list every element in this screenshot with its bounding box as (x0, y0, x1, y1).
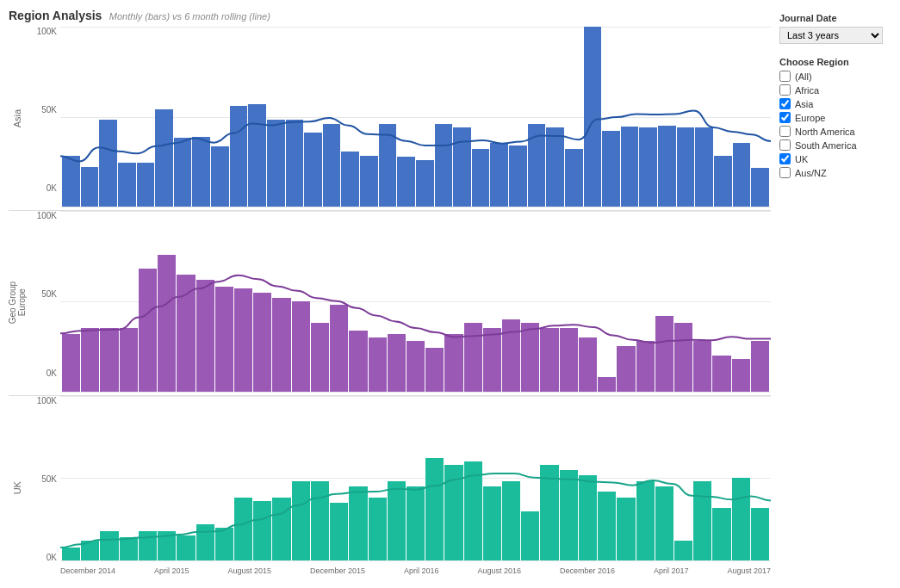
bar (712, 508, 730, 560)
region-checkbox[interactable] (779, 167, 791, 178)
region-checkbox[interactable] (779, 126, 791, 137)
chart-subtitle: Monthly (bars) vs 6 month rolling (line) (109, 11, 270, 22)
region-label: Aus/NZ (795, 168, 827, 178)
y-axis-europe: 100K50K0K (26, 211, 60, 377)
bar (598, 492, 616, 560)
bar (655, 486, 673, 560)
y-axis-label: 100K (37, 396, 57, 405)
bar (215, 528, 233, 560)
region-label: Europe (795, 113, 825, 123)
bar (234, 498, 252, 560)
region-label: Asia (795, 99, 813, 109)
bar (407, 486, 425, 560)
bar (751, 508, 769, 560)
x-axis-label: August 2017 (727, 566, 771, 575)
choose-region-label: Choose Region (779, 57, 883, 67)
bar (397, 157, 415, 207)
bar (234, 288, 252, 391)
region-checkbox[interactable] (779, 153, 791, 164)
bar (177, 275, 195, 392)
bar (286, 120, 304, 207)
bar (253, 501, 271, 560)
bar (62, 156, 80, 207)
bar (425, 348, 444, 391)
x-axis-label: April 2017 (654, 566, 689, 575)
bar (751, 341, 769, 392)
bar (502, 319, 520, 392)
bar (560, 470, 578, 560)
bar (349, 331, 367, 392)
bar (158, 255, 176, 392)
y-axis-label: 0K (47, 368, 57, 378)
region-checkbox-item: Africa (779, 84, 883, 96)
y-axis-label: 0K (47, 183, 57, 193)
bar (617, 346, 635, 391)
bar (311, 481, 329, 560)
bar (230, 106, 248, 207)
region-checkbox[interactable] (779, 84, 791, 96)
bar (546, 127, 564, 207)
bar (81, 541, 99, 560)
bar (416, 160, 434, 207)
bar (639, 127, 657, 207)
bar (579, 475, 597, 560)
bar (248, 104, 266, 207)
bar (330, 305, 348, 391)
bar (118, 163, 136, 207)
bar (304, 133, 322, 207)
bar (521, 511, 539, 560)
bar (693, 341, 711, 392)
bar (444, 334, 462, 392)
bar (174, 138, 192, 207)
journal-date-label: Journal Date (779, 13, 883, 23)
bar (693, 481, 711, 560)
bar (215, 287, 233, 391)
bar (560, 328, 578, 391)
bar (349, 486, 367, 560)
x-axis-label: April 2015 (154, 566, 189, 575)
y-axis-label: 100K (37, 211, 57, 220)
bar (658, 126, 676, 207)
region-checkbox[interactable] (779, 139, 791, 151)
region-checkbox-item: North America (779, 126, 883, 137)
bar (292, 481, 310, 560)
region-checkbox[interactable] (779, 71, 791, 82)
y-axis-label: 50K (41, 105, 57, 115)
y-axis-asia: 100K50K0K (26, 27, 60, 193)
x-axis: December 2014April 2015August 2015Decemb… (60, 562, 771, 579)
x-axis-label: December 2014 (60, 566, 115, 575)
y-axis-uk: 100K50K0K (26, 396, 60, 562)
x-axis-label: August 2015 (227, 566, 271, 575)
bar (712, 356, 730, 392)
bar (81, 167, 99, 207)
bar (62, 334, 80, 392)
bar (617, 498, 635, 560)
bar (521, 323, 539, 392)
bar (674, 541, 692, 560)
region-checkbox-item: South America (779, 139, 883, 151)
bar (323, 124, 341, 207)
y-axis-label: 50K (41, 474, 57, 484)
region-checkbox[interactable] (779, 112, 791, 123)
bar (369, 498, 387, 560)
bar (464, 461, 482, 560)
region-checkbox[interactable] (779, 98, 791, 109)
bar (120, 328, 138, 391)
bar (732, 359, 750, 392)
x-axis-label: December 2016 (560, 566, 615, 575)
date-filter-select[interactable]: Last 3 yearsLast 2 yearsLast year (779, 27, 883, 44)
bar (407, 341, 425, 392)
bar (528, 124, 546, 207)
region-checkbox-item: (All) (779, 71, 883, 82)
region-label: Africa (795, 85, 819, 96)
bar (196, 280, 214, 392)
chart-row-europe: Geo GroupEurope100K50K0K (9, 211, 771, 395)
bar (540, 328, 558, 391)
bar (490, 143, 508, 207)
bar (584, 27, 602, 207)
x-axis-label: August 2016 (477, 566, 521, 575)
y-label-asia: Asia (9, 27, 26, 210)
bar (192, 137, 210, 207)
bar (751, 168, 769, 207)
bar (120, 537, 138, 560)
